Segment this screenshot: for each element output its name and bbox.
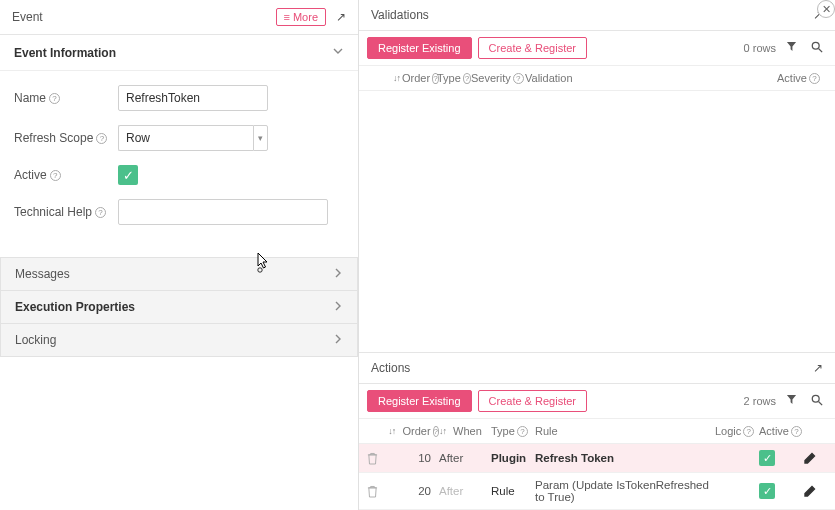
actions-tabbar: Register Existing Create & Register 2 ro… [359,384,835,419]
tab-create-register[interactable]: Create & Register [478,37,587,59]
caret-down-icon: ▾ [253,125,268,151]
validations-columns: ↓↑Order? Type? Severity? Validation Acti… [359,66,835,91]
actions-columns: ↓↑ Order? ↓↑ When Type? Rule Logic? Acti… [359,419,835,444]
technical-help-input[interactable] [118,199,328,225]
tab-register-existing[interactable]: Register Existing [367,390,472,412]
help-icon[interactable]: ? [517,426,528,437]
event-information-label: Event Information [14,46,116,60]
event-information-header[interactable]: Event Information [0,35,358,71]
col-order[interactable]: ↓↑Order? [393,72,437,84]
col-active[interactable]: Active? [759,425,803,437]
cell-when: After [439,485,491,497]
chevron-right-icon [333,267,343,281]
more-button-label: More [293,11,318,23]
edit-icon[interactable] [803,451,827,465]
search-icon[interactable] [807,394,827,409]
filter-icon[interactable] [782,394,801,408]
actions-body: 10AfterPluginRefresh Token✓20AfterRulePa… [359,444,835,510]
help-icon[interactable]: ? [791,426,802,437]
col-severity[interactable]: Severity? [471,72,525,84]
filter-icon[interactable] [782,41,801,55]
hamburger-icon: ≡ [284,11,290,23]
actions-row-count: 2 rows [744,395,776,407]
cell-rule: Param (Update IsTokenRefreshed to True) [535,479,715,503]
messages-label: Messages [15,267,70,281]
help-icon[interactable]: ? [50,170,61,181]
col-logic[interactable]: Logic? [715,425,759,437]
cell-active: ✓ [759,483,803,499]
help-icon[interactable]: ? [49,93,60,104]
col-validation[interactable]: Validation [525,72,777,84]
col-active[interactable]: Active? [777,72,827,84]
table-row[interactable]: 20AfterRuleParam (Update IsTokenRefreshe… [359,473,835,510]
actions-header: Actions ↗ [359,352,835,384]
check-icon: ✓ [759,450,775,466]
name-input[interactable] [118,85,268,111]
delete-icon[interactable] [367,452,393,465]
cell-when: After [439,452,491,464]
help-icon[interactable]: ? [95,207,106,218]
active-checkbox[interactable]: ✓ [118,165,138,185]
close-icon[interactable]: ✕ [817,0,835,18]
help-icon[interactable]: ? [513,73,524,84]
event-panel-header: Event ≡ More ↗ [0,0,358,35]
cell-type: Rule [491,485,535,497]
validations-tabbar: Register Existing Create & Register 0 ro… [359,31,835,66]
cell-rule: Refresh Token [535,452,715,464]
chevron-right-icon [333,300,343,314]
sort-icon: ↓↑ [439,426,446,436]
more-button[interactable]: ≡ More [276,8,326,26]
col-type[interactable]: Type? [437,72,471,84]
popout-icon[interactable]: ↗ [336,10,346,24]
tab-create-register[interactable]: Create & Register [478,390,587,412]
validations-title: Validations [371,8,803,22]
col-type[interactable]: Type? [491,425,535,437]
svg-point-0 [812,42,819,49]
tab-register-existing[interactable]: Register Existing [367,37,472,59]
execution-properties-label: Execution Properties [15,300,135,314]
name-label: Name ? [14,91,118,105]
locking-section[interactable]: Locking [0,324,358,357]
help-icon[interactable]: ? [743,426,754,437]
event-panel: Event ≡ More ↗ Event Information Name ? … [0,0,359,510]
right-panel: Validations ↗ Register Existing Create &… [359,0,835,510]
delete-icon[interactable] [367,485,393,498]
technical-help-label: Technical Help ? [14,205,118,219]
col-rule[interactable]: Rule [535,425,715,437]
table-row[interactable]: 10AfterPluginRefresh Token✓ [359,444,835,473]
help-icon[interactable]: ? [463,73,471,84]
check-icon: ✓ [759,483,775,499]
validations-body [359,91,835,352]
event-title: Event [12,10,276,24]
refresh-scope-select[interactable]: Row ▾ [118,125,268,151]
svg-point-2 [812,395,819,402]
refresh-scope-value: Row [118,125,253,151]
col-when[interactable]: ↓↑ When [439,425,491,437]
popout-icon[interactable]: ↗ [813,361,823,375]
sort-icon: ↓↑ [388,426,395,436]
chevron-down-icon [332,45,344,60]
svg-line-1 [819,48,822,51]
help-icon[interactable]: ? [96,133,107,144]
messages-section[interactable]: Messages [0,257,358,291]
cell-active: ✓ [759,450,803,466]
cell-order: 20 [393,485,439,497]
actions-title: Actions [371,361,803,375]
validations-header: Validations ↗ [359,0,835,31]
chevron-right-icon [333,333,343,347]
col-order[interactable]: ↓↑ Order? [393,425,439,437]
svg-line-3 [819,401,822,404]
active-label: Active ? [14,168,118,182]
validations-row-count: 0 rows [744,42,776,54]
execution-properties-section[interactable]: Execution Properties [0,291,358,324]
cell-type: Plugin [491,452,535,464]
search-icon[interactable] [807,41,827,56]
sort-icon: ↓↑ [393,73,400,83]
edit-icon[interactable] [803,484,827,498]
cell-order: 10 [393,452,439,464]
refresh-scope-label: Refresh Scope ? [14,131,118,145]
locking-label: Locking [15,333,56,347]
help-icon[interactable]: ? [809,73,820,84]
event-form: Name ? Refresh Scope ? Row ▾ Active ? ✓ [0,71,358,253]
